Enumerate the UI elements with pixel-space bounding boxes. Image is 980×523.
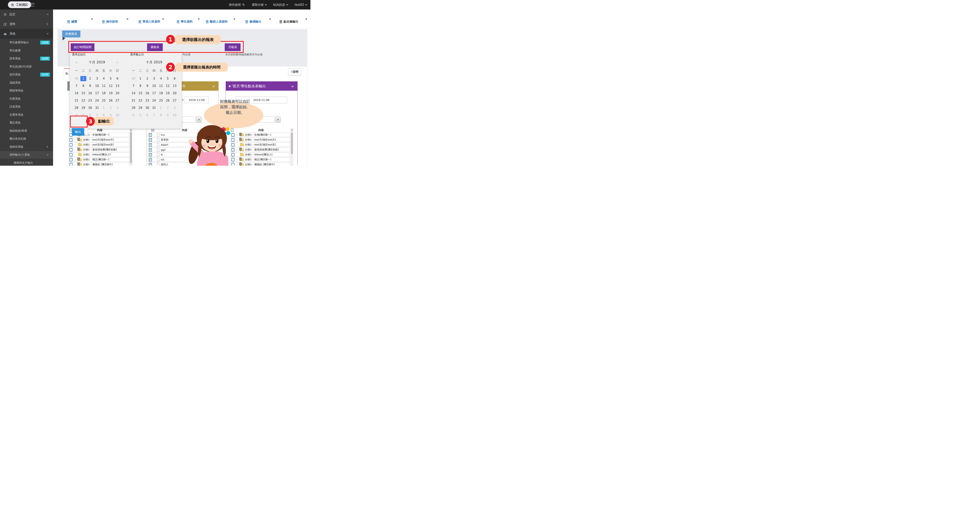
calendar-day[interactable]: 28 (73, 105, 80, 110)
calendar-day[interactable]: 1 (101, 105, 107, 110)
calendar-day[interactable]: 31 (94, 105, 100, 110)
nav-item-messages[interactable]: 站內訊息 (273, 3, 288, 7)
nav-item-branch[interactable]: 選取分校 (252, 3, 266, 7)
calendar-day[interactable]: 27 (115, 98, 120, 103)
calendar-day[interactable]: 2 (144, 76, 150, 81)
calendar-day[interactable]: 3 (172, 105, 178, 110)
row-checkbox-checked[interactable]: ✔ (149, 163, 152, 166)
nav-item-help[interactable]: 操作說明 (229, 3, 245, 7)
calendar-day[interactable]: 1 (80, 76, 86, 81)
calendar-day[interactable]: 14 (73, 91, 80, 96)
sidebar-group-3[interactable]: 系統 (0, 29, 53, 38)
scroll-up-icon[interactable]: ▲ (130, 129, 132, 131)
calendar-day[interactable]: 26 (165, 98, 171, 103)
calendar-day[interactable]: 9 (165, 113, 171, 118)
calendar-day[interactable]: 2 (87, 76, 93, 81)
financial-report-chip[interactable]: 財務報表 (62, 30, 81, 38)
calendar-day[interactable]: 5 (165, 76, 171, 81)
sidebar-item[interactable]: 學生繳費 (0, 47, 53, 55)
close-icon[interactable]: ✕ (269, 17, 271, 21)
rollcall-panel-header[interactable]: ◉ '當天'學生點名表輸出 (226, 81, 298, 91)
partially-hidden-button[interactable] (85, 128, 88, 136)
row-checkbox-checked[interactable]: ✔ (149, 143, 152, 146)
calendar-day[interactable]: 16 (87, 91, 93, 96)
hamburger-icon[interactable] (30, 3, 35, 6)
scrollbar-thumb[interactable] (291, 132, 293, 154)
sidebar-item[interactable]: 條碼與名片輸出 (0, 159, 53, 166)
sidebar-item[interactable]: 資料輸出/入系統 (0, 151, 53, 159)
calendar-day[interactable]: 8 (158, 113, 164, 118)
sidebar-item[interactable]: 成績系統 (0, 79, 53, 87)
right-list-row[interactable]: ▷2分校1 - 優惠組 [團][國中] (230, 162, 290, 166)
nav-item-user[interactable]: test02 (294, 3, 307, 6)
row-checkbox[interactable] (70, 148, 72, 151)
calendar-day[interactable]: 3 (115, 105, 120, 110)
sidebar-item[interactable]: 任務系統 (0, 95, 53, 103)
calendar-day[interactable]: 28 (130, 105, 137, 110)
calendar-day[interactable]: 22 (80, 98, 86, 103)
row-checkbox[interactable] (70, 158, 72, 161)
calendar-day[interactable]: 13 (172, 83, 178, 89)
next-month-arrow[interactable]: › (117, 60, 118, 64)
close-icon[interactable]: ✕ (91, 17, 93, 21)
sidebar-item[interactable]: 聯絡簿系統 (0, 87, 53, 95)
calendar-day[interactable]: 25 (101, 98, 107, 103)
calendar-day[interactable]: 21 (130, 98, 137, 103)
calendar-day[interactable]: 5 (108, 76, 114, 81)
right-list-row[interactable]: ▷3分校1 - 國文[團][國一] (230, 157, 290, 162)
calendar-day[interactable]: 10 (94, 83, 100, 89)
tab-4[interactable]: 學生資料 (177, 20, 192, 24)
calendar-day[interactable]: 7 (73, 83, 80, 89)
right-list-scrollbar[interactable]: ▲ (291, 128, 293, 166)
calendar-day[interactable]: 3 (151, 76, 157, 81)
expand-arrow-icon[interactable]: ▷ (236, 149, 239, 151)
calendar-day[interactable]: 3 (94, 76, 100, 81)
calendar-day[interactable]: 17 (151, 91, 157, 96)
calendar-day[interactable]: 9 (144, 83, 150, 89)
middle-list-select-all-checkbox[interactable]: ✔ (151, 128, 154, 132)
sidebar-group-2[interactable]: 資料 (0, 19, 53, 29)
sidebar-group-1[interactable]: 設定 (0, 10, 53, 19)
calendar-day[interactable]: 22 (137, 98, 143, 103)
calendar-day[interactable]: 8 (137, 83, 143, 89)
calendar-day[interactable]: 30 (73, 76, 80, 81)
calendar-day[interactable]: 23 (87, 98, 93, 103)
tab-2[interactable]: 操作說明 (102, 20, 118, 24)
sidebar-item[interactable]: 物品租借/歸還 (0, 127, 53, 135)
calendar-day[interactable]: 23 (144, 98, 150, 103)
calendar-day[interactable]: 1 (137, 76, 143, 81)
tab-5[interactable]: 離校人員資料 (206, 20, 228, 24)
left-list-row[interactable]: ▷2分校1 - 優惠組 [團][國中] (68, 162, 129, 166)
row-checkbox[interactable] (70, 143, 72, 146)
row-checkbox[interactable] (70, 163, 72, 166)
calendar-day[interactable]: 6 (115, 76, 120, 81)
calendar-day[interactable]: 10 (151, 83, 157, 89)
row-checkbox[interactable] (70, 153, 72, 156)
expand-arrow-icon[interactable]: ▷ (74, 159, 76, 161)
calendar-day[interactable]: 4 (158, 76, 164, 81)
tab-1[interactable]: 總覽 (67, 20, 77, 24)
calendar-day[interactable]: 7 (151, 113, 157, 118)
calendar-day[interactable]: 5 (137, 113, 143, 118)
scrollbar-thumb[interactable] (130, 132, 132, 163)
help-button[interactable]: ?說明 (288, 68, 301, 75)
left-list-row[interactable]: ▷3分校1 - 國文[團][國一] (68, 157, 129, 162)
tab-7[interactable]: 點名條輸出 (280, 20, 298, 24)
sidebar-item[interactable]: 簽到系統3出單 (0, 71, 53, 79)
left-list-row[interactable]: ▷4分校1 - 新排課收費[團][初級] (68, 148, 129, 152)
sidebar-item[interactable]: 進銷存系統 (0, 143, 53, 151)
expand-arrow-icon[interactable]: ▷ (236, 159, 239, 161)
calendar-day[interactable]: 10 (115, 113, 120, 118)
calendar-day[interactable]: 10 (172, 113, 178, 118)
calendar-day[interactable]: 17 (94, 91, 100, 96)
right-list-row[interactable]: 分校1 - AAtest[團][L1] (230, 153, 290, 157)
calendar-day[interactable]: 8 (80, 83, 86, 89)
calendar-day[interactable]: 15 (137, 91, 143, 96)
calendar-day[interactable]: 12 (165, 83, 171, 89)
calendar-day[interactable]: 24 (151, 98, 157, 103)
calendar-day[interactable]: 6 (144, 113, 150, 118)
calendar-day[interactable]: 1 (158, 105, 164, 110)
expand-arrow-icon[interactable]: ▷ (236, 164, 239, 166)
tab-3[interactable]: 學員入班資料 (138, 20, 161, 24)
brand-button[interactable]: 工程測試 (8, 2, 31, 8)
